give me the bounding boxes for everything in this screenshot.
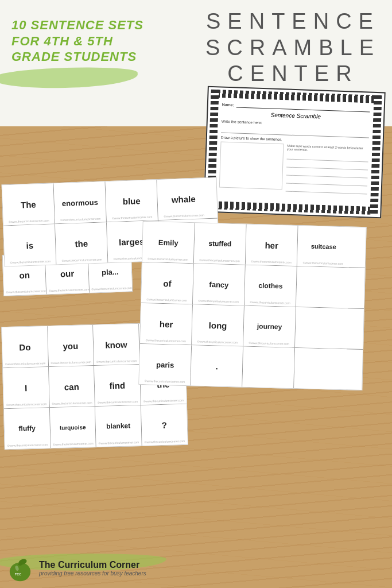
word-card-blank2 <box>295 307 348 349</box>
worksheet-card: Name: Sentence Scramble Write the senten… <box>203 86 385 219</box>
word-card-period: . <box>191 345 243 386</box>
word-card-know: know ©www.thecurriculumcorner.com <box>93 324 139 365</box>
title-line3: CENTER <box>205 61 381 87</box>
word-card-enormous: enormous ©www.thecurriculumcorner.com <box>54 181 107 223</box>
word-card-long: long ©www.thecurriculumcorner.com <box>192 304 244 346</box>
right-label: Make sure words connect at least 2 words… <box>287 144 368 154</box>
word-card-the: The ©www.thecurriculumcorner.com <box>2 183 55 225</box>
brand-name: The Curriculum Corner <box>39 560 146 570</box>
word-card-the2: the ©www.thecurriculumcorner.com <box>55 222 108 264</box>
card-row-emily: Emily ©www.thecurriculumcorner.com stuff… <box>142 222 366 268</box>
word-card-suitcase: suitcase ©www.thecurriculumcorner.com <box>297 226 350 267</box>
worksheet-body: Make sure words connect at least 2 words… <box>219 142 369 196</box>
brand-tagline: providing free resources for busy teache… <box>39 570 146 577</box>
logo-area: TCC The Curriculum Corner providing free… <box>6 554 146 582</box>
word-card-stuffed: stuffed ©www.thecurriculumcorner.com <box>194 223 247 264</box>
word-card-blanket: blanket ©www.thecurriculumcorner.com <box>95 405 142 447</box>
word-card-emily: Emily ©www.thecurriculumcorner.com <box>142 222 195 263</box>
word-card-do: Do ©www.thecurriculumcorner.com <box>2 326 48 368</box>
svg-text:TCC: TCC <box>15 572 21 576</box>
title-line1: SENTENCE <box>205 9 381 35</box>
word-card-can: can ©www.thecurriculumcorner.com <box>49 366 95 407</box>
word-card-paris: paris ©www.thecurriculumcorner.com <box>139 344 192 385</box>
word-card-blue: blue ©www.thecurriculumcorner.com <box>106 180 158 222</box>
logo-text: The Curriculum Corner providing free res… <box>39 560 146 577</box>
svg-point-3 <box>18 563 22 566</box>
card-row-of: of ©www.thecurriculumcorner.com fancy ©w… <box>141 262 365 309</box>
word-card-whale: whale ©www.thecurriculumcorner.com <box>157 178 209 220</box>
word-card-journey: journey ©www.thecurriculumcorner.com <box>243 306 296 347</box>
word-card-clothes: clothes ©www.thecurriculumcorner.com <box>244 265 297 307</box>
card-row-1: The ©www.thecurriculumcorner.com enormou… <box>2 178 218 226</box>
word-card-question: ? ©www.thecurriculumcorner.com <box>141 404 188 446</box>
card-row-her2: her ©www.thecurriculumcorner.com long ©w… <box>140 303 364 350</box>
word-card-you: you ©www.thecurriculumcorner.com <box>48 325 94 366</box>
write-line-5 <box>286 185 367 195</box>
card-row-paris: paris ©www.thecurriculumcorner.com . <box>139 344 363 390</box>
word-card-set-emily: Emily ©www.thecurriculumcorner.com stuff… <box>138 221 366 390</box>
subtitle-text: 10 Sentence Sets For 4th & 5th Grade Stu… <box>11 17 143 65</box>
logo-apple-icon: TCC <box>6 554 34 582</box>
word-card-i: I ©www.thecurriculumcorner.com <box>3 367 49 408</box>
worksheet-border: Name: Sentence Scramble Write the senten… <box>207 90 382 215</box>
word-card-of: of ©www.thecurriculumcorner.com <box>141 262 194 304</box>
word-card-find: find ©www.thecurriculumcorner.com <box>94 365 141 406</box>
word-card-blank4 <box>294 348 347 389</box>
draw-box <box>219 142 284 190</box>
word-card-blank3 <box>242 347 295 388</box>
main-title: SENTENCE SCRAMBLE CENTER <box>205 9 381 87</box>
word-card-fluffy: fluffy ©www.thecurriculumcorner.com <box>4 408 51 449</box>
word-card-is: is ©www.thecurriculumcorner.com <box>3 224 56 266</box>
word-card-blank1 <box>296 266 349 308</box>
title-line2: SCRAMBLE <box>205 35 381 61</box>
card-row-fluffy: fluffy ©www.thecurriculumcorner.com turq… <box>4 404 188 449</box>
word-card-her2: her ©www.thecurriculumcorner.com <box>140 303 193 345</box>
word-card-her: her ©www.thecurriculumcorner.com <box>246 225 298 266</box>
write-lines: Make sure words connect at least 2 words… <box>286 144 369 196</box>
word-card-fancy: fancy ©www.thecurriculumcorner.com <box>193 264 246 305</box>
worksheet-content: Name: Sentence Scramble Write the senten… <box>215 98 374 206</box>
name-label: Name: <box>222 102 234 107</box>
word-card-turquoise: turquoise ©www.thecurriculumcorner.com <box>50 407 96 448</box>
